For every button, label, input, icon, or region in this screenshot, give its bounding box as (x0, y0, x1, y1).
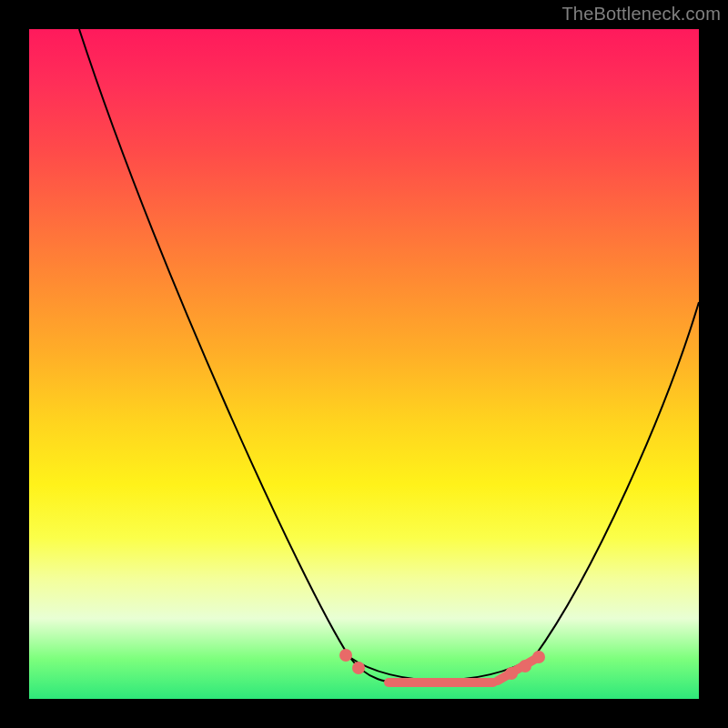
svg-point-1 (352, 662, 365, 674)
svg-point-4 (532, 651, 545, 663)
svg-point-0 (339, 649, 352, 662)
watermark: TheBottleneck.com (561, 4, 721, 25)
bottleneck-curve (29, 29, 699, 699)
svg-point-2 (505, 667, 518, 680)
svg-point-3 (519, 660, 531, 672)
